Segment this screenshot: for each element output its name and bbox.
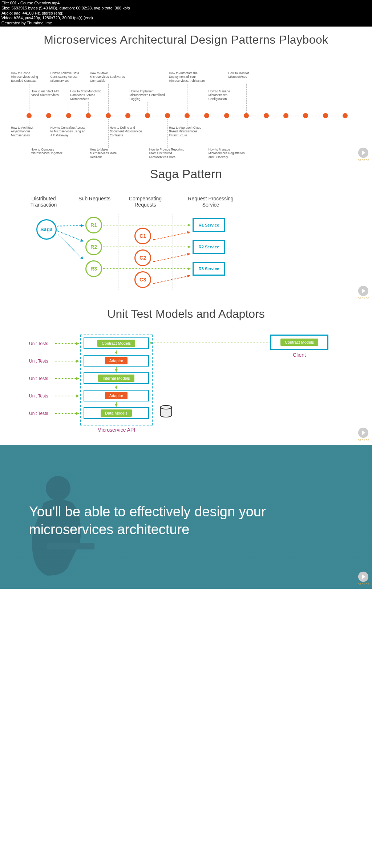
timeline-label: How to Scope Microservices using Bounded… <box>11 71 47 83</box>
timestamp: 00:00:30 <box>358 159 369 162</box>
timeline-connector <box>246 84 247 113</box>
arrow <box>153 275 190 284</box>
r3-node: R3 <box>85 260 102 277</box>
play-icon[interactable] <box>358 572 368 582</box>
col-comp-req: Compensating Requests <box>124 196 167 208</box>
ut-arrow <box>55 413 79 414</box>
arrow <box>153 253 190 262</box>
slide-playbook: Microservices Architectural Design Patte… <box>0 27 372 165</box>
slide3-title: Unit Test Models and Adaptors <box>0 303 372 321</box>
play-badge[interactable]: 00:01:00 <box>358 286 369 300</box>
timeline-connector <box>227 102 227 113</box>
r2-node: R2 <box>85 239 102 255</box>
slide-closing: You'll be able to effectively design you… <box>0 445 372 589</box>
ut-arrow <box>55 396 79 396</box>
timeline-dot <box>125 113 130 118</box>
arrow <box>57 230 83 241</box>
timeline-connector <box>49 102 49 113</box>
layer-internal: Internal Models <box>84 372 149 384</box>
timestamp: 00:01:00 <box>358 297 369 300</box>
timeline: /*placeholder*/ How to Scope Microservic… <box>18 47 354 156</box>
r3-service: R3 Service <box>193 262 225 276</box>
play-icon[interactable] <box>358 148 368 158</box>
timeline-label: How to Automate the Deployment of Your M… <box>169 71 205 83</box>
timeline-dot <box>185 113 190 118</box>
timeline-connector <box>29 119 29 126</box>
play-badge[interactable]: 00:01:59 <box>358 572 369 586</box>
flow-arrow <box>116 385 117 389</box>
play-icon[interactable] <box>358 286 368 296</box>
client-arrow <box>150 343 270 343</box>
timeline-label: How to Provide Reporting From Distribute… <box>149 148 186 159</box>
timeline-connector <box>187 84 187 113</box>
timeline-dot <box>204 113 209 118</box>
timeline-dot <box>46 113 51 118</box>
meta-video: Video: h264, yuv420p, 1280x720, 30.00 fp… <box>1 16 371 21</box>
timeline-label: How to Centralize Access to Microservice… <box>50 126 87 137</box>
layer-contract: Contract Models <box>84 337 149 349</box>
timeline-connector <box>167 119 168 148</box>
flow-arrow <box>116 402 117 407</box>
timeline-label: How to Approach Cloud Based Microservice… <box>169 126 205 137</box>
saga-node: Saga <box>36 219 57 240</box>
timeline-connector <box>108 119 109 148</box>
timeline-connector <box>227 119 227 148</box>
meta-audio: Audio: aac, 44100 Hz, stereo (eng) <box>1 11 371 16</box>
arrow <box>153 232 190 240</box>
timeline-label: How to Architect Asynchronous Microservi… <box>11 126 47 137</box>
arrow <box>103 225 190 225</box>
timeline-label: How to Make Microservices More Resilient <box>90 148 126 159</box>
timeline-label: How to Split Monolithic Databases Across… <box>70 89 106 101</box>
timeline-connector <box>69 84 69 113</box>
arrow <box>57 225 84 226</box>
timeline-label: How to Manage Microservices Configuratio… <box>209 89 245 101</box>
ut-arrow <box>55 343 79 344</box>
r1-service: R1 Service <box>193 218 225 232</box>
ut-arrow <box>55 378 79 379</box>
meta-size: Size: 5693915 bytes (5.43 MiB), duration… <box>1 6 371 11</box>
slide-unit-test: Unit Test Models and Adaptors Microservi… <box>0 303 372 445</box>
timeline-dot <box>303 113 308 118</box>
c2-node: C2 <box>134 249 151 266</box>
timeline-connector <box>147 102 148 113</box>
timeline-dot <box>106 113 111 118</box>
unit-tests-label: Unit Tests <box>29 411 54 416</box>
play-icon[interactable] <box>358 428 368 438</box>
c3-node: C3 <box>134 271 151 288</box>
microservice-api-label: Microservice API <box>80 427 153 433</box>
meta-gen: Generated by Thumbnail me <box>1 21 371 26</box>
arrow <box>103 268 190 269</box>
timeline-label: How to Define and Document Microservice … <box>110 126 146 137</box>
c1-node: C1 <box>134 228 151 244</box>
svg-point-2 <box>46 476 70 501</box>
timeline-connector <box>29 84 29 113</box>
unit-tests-label: Unit Tests <box>29 393 54 399</box>
col-sub-req: Sub Requests <box>76 196 113 202</box>
r2-service: R2 Service <box>193 240 225 254</box>
timeline-connector <box>187 119 187 126</box>
arrow <box>103 247 190 247</box>
timeline-dot <box>323 113 328 118</box>
r1-node: R1 <box>85 217 102 233</box>
play-badge[interactable]: 00:01:30 <box>358 428 369 442</box>
layer-data: Data Models <box>84 407 149 419</box>
timestamp: 00:01:30 <box>358 439 369 442</box>
timeline-label: How to Implement Microservices Centraliz… <box>129 89 166 101</box>
client-box: Contract Models <box>270 335 328 350</box>
arrow <box>58 235 83 259</box>
timeline-connector <box>108 84 109 113</box>
timeline-label: How to Make Microservices Backwards Comp… <box>90 71 126 83</box>
unit-test-diagram: Microservice API Contract Models Adaptor… <box>18 321 354 437</box>
flow-arrow <box>116 350 117 354</box>
timeline-dot <box>27 113 32 118</box>
timeline-dot <box>66 113 71 118</box>
slide2-title: Saga Pattern <box>0 165 372 181</box>
timeline-connector <box>88 102 89 113</box>
timeline-label: How to Manage Microservices Registration… <box>209 148 245 159</box>
svg-rect-3 <box>47 543 94 549</box>
timeline-dot <box>165 113 170 118</box>
col-dist-trans: Distributed Transaction <box>22 196 65 208</box>
timeline-dot <box>244 113 249 118</box>
timeline-dot <box>264 113 269 118</box>
play-badge[interactable]: 00:00:30 <box>358 148 369 162</box>
